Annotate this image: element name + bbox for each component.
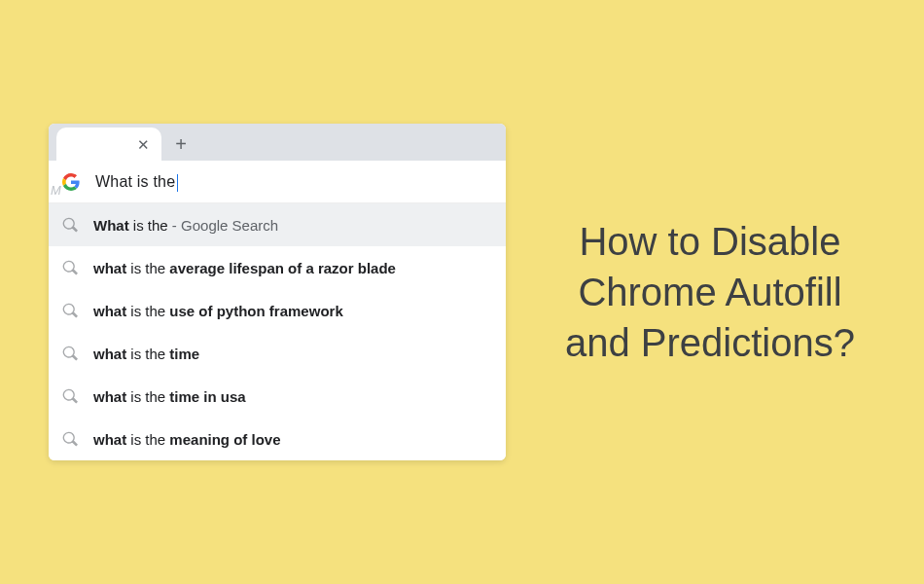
- search-icon: [62, 388, 78, 404]
- tab-strip: ✕ +: [49, 124, 506, 161]
- browser-window: ✕ + What is the What is the - Google Sea…: [49, 124, 506, 460]
- omnibox-input[interactable]: What is the: [95, 173, 177, 191]
- suggestion-item[interactable]: what is the average lifespan of a razor …: [49, 246, 506, 289]
- search-icon: [62, 303, 78, 318]
- suggestion-text: what is the time in usa: [93, 388, 246, 405]
- search-icon: [62, 260, 78, 275]
- suggestion-text: what is the meaning of love: [93, 431, 281, 448]
- clipped-label: M: [51, 183, 61, 198]
- suggestion-text: what is the use of python framework: [93, 303, 343, 319]
- address-bar[interactable]: What is the: [49, 161, 506, 203]
- suggestion-text: what is the time: [93, 346, 199, 362]
- search-icon: [62, 346, 78, 361]
- suggestion-item[interactable]: What is the - Google Search: [49, 203, 506, 246]
- suggestion-text: what is the average lifespan of a razor …: [93, 260, 396, 276]
- plus-icon: +: [175, 134, 187, 154]
- headline-text: How to Disable Chrome Autofill and Predi…: [545, 216, 875, 368]
- google-icon: [62, 173, 80, 191]
- suggestion-list: What is the - Google Search what is the …: [49, 203, 506, 460]
- search-icon: [62, 431, 78, 447]
- suggestion-text: What is the - Google Search: [93, 217, 278, 234]
- text-cursor: [177, 174, 178, 192]
- suggestion-item[interactable]: what is the time in usa: [49, 375, 506, 418]
- search-icon: [62, 217, 78, 233]
- suggestion-item[interactable]: what is the meaning of love: [49, 418, 506, 460]
- browser-tab[interactable]: ✕: [56, 128, 161, 161]
- new-tab-button[interactable]: +: [167, 130, 195, 158]
- suggestion-item[interactable]: what is the use of python framework: [49, 289, 506, 332]
- close-icon[interactable]: ✕: [137, 137, 150, 152]
- suggestion-item[interactable]: what is the time: [49, 332, 506, 375]
